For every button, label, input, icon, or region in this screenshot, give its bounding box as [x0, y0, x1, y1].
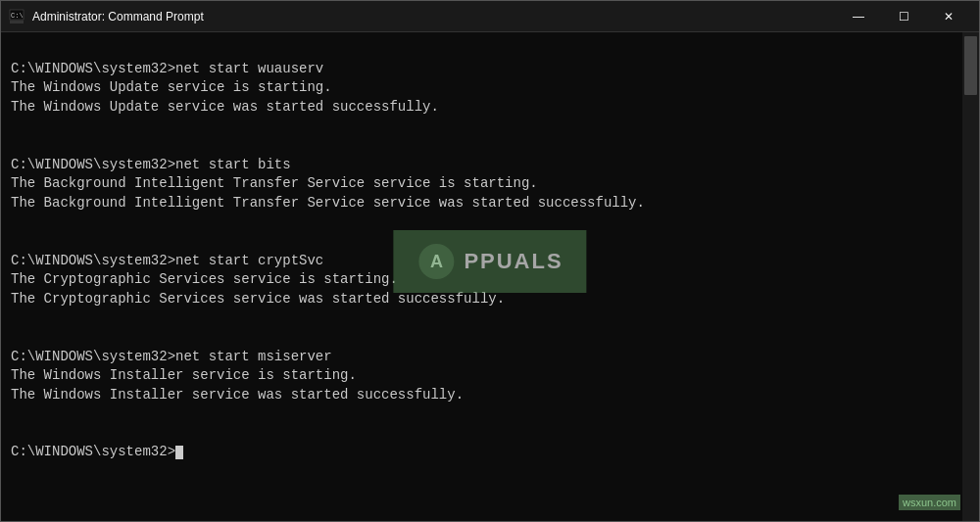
- terminal-output-line: The Background Intelligent Transfer Serv…: [11, 194, 953, 214]
- window-title: Administrator: Command Prompt: [32, 10, 836, 24]
- title-bar: C:\ Administrator: Command Prompt — ☐ ✕: [1, 1, 979, 32]
- terminal-blank-line: [11, 424, 953, 444]
- terminal-output-line: The Windows Update service is starting.: [11, 78, 953, 98]
- terminal-cursor: [175, 446, 183, 459]
- close-button[interactable]: ✕: [926, 1, 971, 32]
- svg-text:C:\: C:\: [11, 12, 24, 20]
- terminal-blank-line: [11, 232, 953, 252]
- terminal-command-line: C:\WINDOWS\system32>net start bits: [11, 156, 953, 175]
- svg-rect-3: [10, 21, 24, 24]
- terminal-output-line: The Windows Installer service was starte…: [11, 386, 953, 405]
- maximize-button[interactable]: ☐: [881, 1, 926, 32]
- window-controls: — ☐ ✕: [836, 1, 971, 32]
- terminal-blank-line: [11, 328, 953, 348]
- scrollbar-thumb[interactable]: [964, 36, 977, 95]
- terminal-command-line: C:\WINDOWS\system32>net start msiserver: [11, 348, 953, 367]
- window-wrapper: C:\ Administrator: Command Prompt — ☐ ✕ …: [0, 0, 980, 522]
- terminal-output-line: The Cryptographic Services service is st…: [11, 270, 953, 290]
- cmd-window: C:\ Administrator: Command Prompt — ☐ ✕ …: [0, 0, 980, 522]
- terminal-output-line: The Windows Installer service is startin…: [11, 366, 953, 386]
- terminal-prompt-line: C:\WINDOWS\system32>: [11, 443, 953, 462]
- terminal-area[interactable]: C:\WINDOWS\system32>net start wuauservTh…: [1, 32, 962, 521]
- window-content: C:\WINDOWS\system32>net start wuauservTh…: [1, 32, 979, 521]
- minimize-button[interactable]: —: [836, 1, 881, 32]
- terminal-output-line: The Windows Update service was started s…: [11, 98, 953, 118]
- terminal-blank-line: [11, 308, 953, 328]
- terminal-output-line: The Cryptographic Services service was s…: [11, 290, 953, 309]
- terminal-blank-line: [11, 117, 953, 136]
- terminal-blank-line: [11, 213, 953, 232]
- terminal-blank-line: [11, 40, 953, 60]
- scrollbar[interactable]: [962, 32, 979, 521]
- terminal-blank-line: [11, 404, 953, 424]
- terminal-blank-line: [11, 136, 953, 156]
- terminal-command-line: C:\WINDOWS\system32>net start cryptSvc: [11, 252, 953, 271]
- terminal-output-line: The Background Intelligent Transfer Serv…: [11, 174, 953, 194]
- terminal-command-line: C:\WINDOWS\system32>net start wuauserv: [11, 60, 953, 79]
- app-icon: C:\: [9, 9, 24, 24]
